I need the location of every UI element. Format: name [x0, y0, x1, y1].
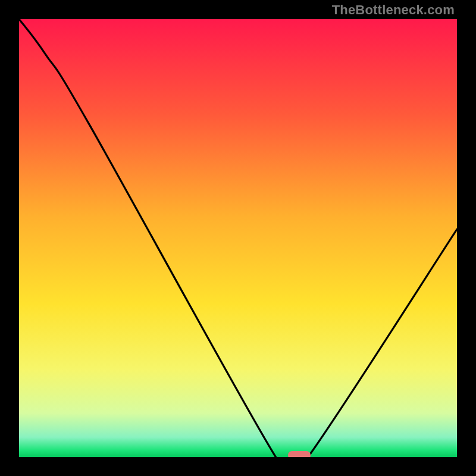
bottleneck-curve [19, 19, 457, 457]
watermark-text: TheBottleneck.com [332, 2, 455, 18]
minimum-marker [288, 451, 310, 457]
curve-layer [19, 19, 457, 457]
plot-area [19, 19, 457, 457]
chart-frame: TheBottleneck.com [0, 0, 476, 476]
